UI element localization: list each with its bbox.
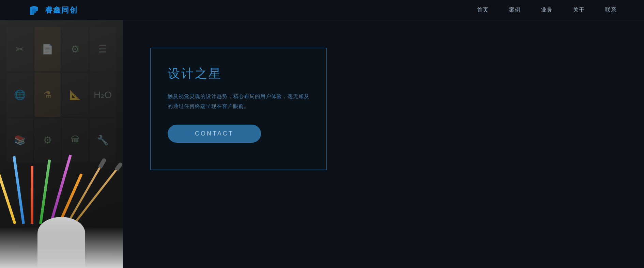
- logo-icon: [27, 3, 42, 17]
- icon-scissors: ✂: [7, 27, 33, 71]
- pencil-cup: [37, 217, 85, 268]
- navbar: 睿鑫同创 首页 案例 业务 关于 联系: [0, 0, 644, 20]
- nav-link-home[interactable]: 首页: [477, 7, 489, 13]
- nav-item-home[interactable]: 首页: [477, 6, 489, 14]
- nav-link-contact[interactable]: 联系: [605, 7, 617, 13]
- icon-lines: ☰: [90, 27, 116, 71]
- pencil-1: [0, 165, 16, 224]
- logo[interactable]: 睿鑫同创: [27, 3, 78, 17]
- left-panel: ✂ 📄 ⚙ ☰ 🌐 ⚗ 📐 H₂O 📚 ⚙ 🏛 🔧: [0, 20, 123, 268]
- main-section: ✂ 📄 ⚙ ☰ 🌐 ⚗ 📐 H₂O 📚 ⚙ 🏛 🔧: [0, 0, 644, 268]
- pencil-5: [49, 155, 72, 224]
- pencil-4: [39, 159, 51, 224]
- pencil-3: [31, 166, 33, 224]
- icon-globe: 🌐: [7, 73, 33, 116]
- right-area: 设计之星 触及视觉灵魂的设计趋势，精心布局的用户体验，毫无顾及的通过任何终端呈现…: [123, 20, 644, 268]
- logo-text: 睿鑫同创: [45, 5, 78, 15]
- nav-item-contact[interactable]: 联系: [605, 6, 617, 14]
- icon-atom: ⚗: [34, 73, 61, 116]
- pencils-area: [0, 144, 123, 268]
- hero-card: 设计之星 触及视觉灵魂的设计趋势，精心布局的用户体验，毫无顾及的通过任何终端呈现…: [150, 48, 327, 170]
- nav-item-cases[interactable]: 案例: [509, 6, 521, 14]
- icon-gear1: ⚙: [62, 27, 88, 71]
- card-description: 触及视觉灵魂的设计趋势，精心布局的用户体验，毫无顾及的通过任何终端呈现在客户眼前…: [168, 92, 309, 111]
- nav-link-cases[interactable]: 案例: [509, 7, 521, 13]
- icon-document: 📄: [34, 27, 61, 71]
- card-title: 设计之星: [168, 65, 309, 82]
- illustration: ✂ 📄 ⚙ ☰ 🌐 ⚗ 📐 H₂O 📚 ⚙ 🏛 🔧: [0, 20, 123, 268]
- nav-links: 首页 案例 业务 关于 联系: [477, 6, 617, 14]
- pencil-2: [13, 156, 25, 224]
- nav-link-about[interactable]: 关于: [573, 7, 585, 13]
- contact-button[interactable]: CONTACT: [168, 125, 261, 143]
- icon-math: H₂O: [90, 73, 116, 116]
- nav-item-services[interactable]: 业务: [541, 6, 553, 14]
- icon-ruler: 📐: [62, 73, 88, 116]
- nav-item-about[interactable]: 关于: [573, 6, 585, 14]
- nav-link-services[interactable]: 业务: [541, 7, 553, 13]
